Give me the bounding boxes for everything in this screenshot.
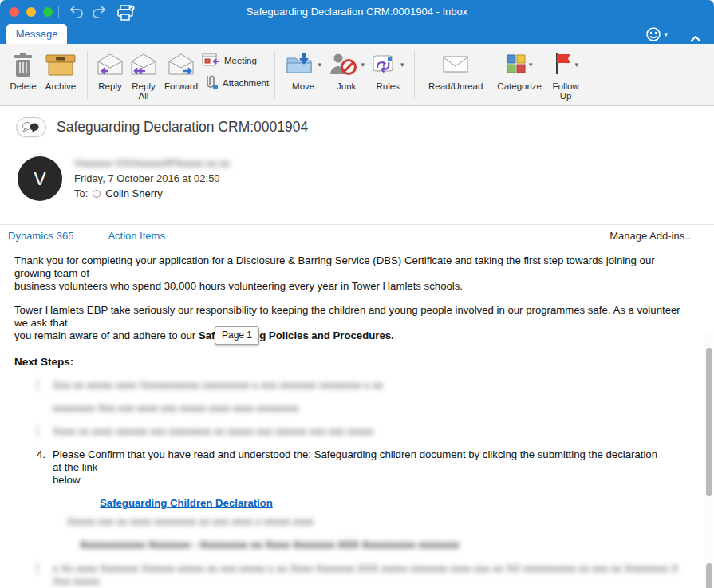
meeting-calendar-icon bbox=[202, 52, 220, 69]
ribbon-toolbar: Delete Archive Repl bbox=[0, 44, 714, 106]
meeting-attachment-group: Meeting Attachment bbox=[202, 49, 269, 92]
reply-button[interactable]: Reply bbox=[93, 49, 127, 91]
read-unread-button[interactable]: Read/Unread bbox=[420, 49, 491, 91]
message-pane: Safeguarding Declaration CRM:0001904 V V… bbox=[0, 107, 714, 588]
list-item-redacted: Xxx xx xxxxx xxxx Xxxxxxxxxxx xxxxxxxxx … bbox=[14, 379, 690, 392]
next-steps-heading: Next Steps: bbox=[14, 356, 690, 369]
rules-icon bbox=[372, 52, 398, 77]
window-title: Safeguarding Declaration CRM:0001904 - I… bbox=[0, 0, 714, 24]
recipient-name[interactable]: Colin Sherry bbox=[105, 187, 163, 199]
paragraph-2: Tower Hamlets EBP take seriously our res… bbox=[14, 304, 690, 342]
subject-row: Safeguarding Declaration CRM:0001904 bbox=[16, 117, 714, 137]
follow-up-button[interactable]: ▾ Follow Up bbox=[548, 49, 583, 101]
junk-button[interactable]: ▾ Junk bbox=[325, 49, 367, 91]
list-marker-icon bbox=[37, 378, 38, 392]
paperclip-icon bbox=[202, 74, 219, 92]
outlook-message-window: Safeguarding Declaration CRM:0001904 - I… bbox=[0, 0, 714, 588]
feedback-smiley-icon[interactable]: ▾ bbox=[645, 26, 668, 42]
redacted-bullet-list: x Xx xxxx Xxxxxxx Xxxxxx xxxxx xx xxx xx… bbox=[14, 562, 690, 588]
chevron-down-icon: ▾ bbox=[361, 61, 365, 69]
safeguarding-declaration-link[interactable]: Safeguarding Children Declaration bbox=[100, 497, 273, 510]
chevron-down-icon: ▾ bbox=[574, 61, 578, 69]
tab-message[interactable]: Message bbox=[6, 24, 67, 44]
manage-addins-link[interactable]: Manage Add-ins... bbox=[609, 230, 693, 242]
attachment-button[interactable]: Attachment bbox=[202, 74, 269, 92]
envelope-icon bbox=[441, 50, 470, 79]
email-body: Thank you for completing your applicatio… bbox=[0, 247, 714, 588]
move-button[interactable]: ▾ Move bbox=[281, 49, 325, 91]
move-folder-icon bbox=[285, 51, 315, 78]
archive-button[interactable]: Archive bbox=[40, 49, 81, 91]
chevron-down-icon: ▾ bbox=[529, 61, 533, 69]
ribbon-group-separator bbox=[87, 51, 88, 99]
bullet-item-redacted: x Xx xxxx Xxxxxxx Xxxxxx xxxxx xx xxx xx… bbox=[14, 562, 690, 588]
chevron-down-icon: ▾ bbox=[400, 61, 404, 69]
list-marker-icon bbox=[37, 424, 38, 438]
addins-bar: Dynamics 365 Action Items Manage Add-ins… bbox=[0, 224, 714, 247]
archive-box-icon bbox=[45, 50, 77, 79]
title-bar: Safeguarding Declaration CRM:0001904 - I… bbox=[0, 0, 714, 24]
ribbon-group-separator bbox=[274, 51, 275, 99]
addin-dynamics-365[interactable]: Dynamics 365 bbox=[8, 230, 73, 242]
paragraph-1: Thank you for completing your applicatio… bbox=[14, 255, 690, 293]
to-label: To: bbox=[74, 187, 88, 199]
sender-name-redacted: Vxxxxxx VXVxxxxxXPXxxxx xx xx bbox=[74, 157, 230, 169]
presence-circle-icon bbox=[93, 190, 101, 198]
redacted-line: Xxxxx xxx xx xxxx xxxxxxxx xx xxx xxxx x… bbox=[67, 515, 690, 528]
reply-envelope-icon bbox=[96, 50, 124, 79]
delete-button[interactable]: Delete bbox=[6, 49, 40, 91]
avatar: V bbox=[18, 156, 62, 201]
list-number: 4. bbox=[37, 448, 49, 487]
bullet-circle-icon bbox=[37, 562, 38, 575]
categorize-squares-icon bbox=[507, 54, 527, 76]
redacted-heading: Xxxxxxxxxxx Xxxxxxx - Xxxxxxxx xx Xxxx X… bbox=[80, 539, 690, 551]
ribbon-tab-row: Message ▾ bbox=[0, 24, 714, 44]
flag-icon bbox=[553, 52, 572, 77]
message-subject: Safeguarding Declaration CRM:0001904 bbox=[57, 119, 308, 136]
list-item-4: 4. Please Confirm that you have read and… bbox=[14, 448, 690, 487]
chevron-down-icon: ▾ bbox=[664, 30, 668, 38]
trash-icon bbox=[12, 50, 34, 79]
list-item-redacted: xxxxxxxx Xxx xxx xxxx xxx xxxxx xxxx xxx… bbox=[14, 402, 690, 415]
categorize-button[interactable]: ▾ Categorize bbox=[491, 49, 548, 91]
junk-person-icon bbox=[328, 52, 358, 78]
forward-envelope-icon bbox=[167, 50, 195, 79]
reply-all-button[interactable]: Reply All bbox=[127, 49, 160, 101]
sender-block: V Vxxxxxx VXVxxxxxXPXxxxx xx xx Friday, … bbox=[18, 156, 714, 201]
rules-button[interactable]: ▾ Rules bbox=[367, 49, 408, 91]
reply-all-envelope-icon bbox=[129, 50, 158, 79]
message-date: Friday, 7 October 2016 at 02:50 bbox=[74, 172, 230, 184]
next-steps-list: Xxx xx xxxxx xxxx Xxxxxxxxxxx xxxxxxxxx … bbox=[14, 379, 690, 487]
list-item-redacted: Xxxx xx xxxx xxxxxx xxx xxxxxxxx xx xxxx… bbox=[14, 425, 690, 438]
chevron-down-icon: ▾ bbox=[318, 61, 321, 69]
scrollbar-thumb[interactable] bbox=[706, 348, 712, 496]
conversation-bubbles-icon bbox=[16, 117, 46, 137]
ribbon-group-separator bbox=[414, 51, 415, 99]
page-indicator-badge: Page 1 bbox=[215, 326, 259, 345]
forward-button[interactable]: Forward bbox=[160, 49, 202, 91]
header-divider bbox=[13, 148, 698, 148]
vertical-scrollbar[interactable] bbox=[704, 332, 713, 588]
meeting-button[interactable]: Meeting bbox=[202, 52, 269, 69]
scrollbar-thumb[interactable] bbox=[706, 563, 712, 588]
addin-action-items[interactable]: Action Items bbox=[108, 230, 165, 242]
